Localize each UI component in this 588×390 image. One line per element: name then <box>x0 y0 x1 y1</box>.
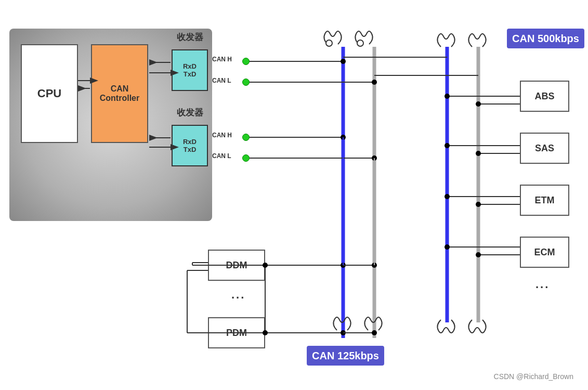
can-controller-label: CANController <box>100 84 139 103</box>
cpu-label: CPU <box>37 87 61 100</box>
lower-dots: ··· <box>231 291 245 305</box>
svg-point-17 <box>341 59 346 64</box>
transceiver2-label: 收发器 <box>177 107 203 119</box>
svg-point-43 <box>476 252 481 257</box>
watermark: CSDN @Richard_Brown <box>494 372 573 381</box>
svg-point-37 <box>445 194 450 199</box>
sas-box: SAS <box>520 133 569 164</box>
svg-point-31 <box>476 101 481 107</box>
svg-point-15 <box>357 40 363 46</box>
transceiver2-box: RxD TxD <box>172 125 208 166</box>
svg-point-29 <box>445 94 450 99</box>
green-dot-canl2 <box>242 154 250 162</box>
right-dots: ··· <box>535 281 550 294</box>
ecm-box: ECM <box>520 237 569 268</box>
ddm-box: DDM <box>208 250 265 281</box>
canh1-label: CAN H <box>212 56 232 63</box>
svg-point-14 <box>326 40 332 46</box>
diagram-container: CPU CANController 收发器 RxD TxD 收发器 RxD Tx… <box>0 0 588 390</box>
cpu-box: CPU <box>21 44 78 143</box>
svg-point-45 <box>341 263 346 268</box>
transceiver1-label: 收发器 <box>177 31 203 43</box>
canh2-label: CAN H <box>212 132 232 139</box>
svg-point-21 <box>341 135 346 140</box>
canl2-label: CAN L <box>212 152 231 160</box>
abs-box: ABS <box>520 81 569 112</box>
green-dot-canh1 <box>242 58 250 65</box>
svg-point-19 <box>372 80 377 85</box>
can500-badge: CAN 500kbps <box>507 29 584 48</box>
can-controller-box: CANController <box>91 44 148 143</box>
svg-point-39 <box>476 202 481 207</box>
svg-point-23 <box>372 155 377 161</box>
green-dot-canh2 <box>242 134 250 141</box>
can125-badge: CAN 125kbps <box>307 346 384 366</box>
svg-point-41 <box>445 244 450 250</box>
svg-point-50 <box>341 330 346 335</box>
green-dot-canl1 <box>242 79 250 86</box>
canl1-label: CAN L <box>212 77 231 84</box>
transceiver1-box: RxD TxD <box>172 49 208 91</box>
svg-point-35 <box>476 151 481 156</box>
etm-box: ETM <box>520 185 569 216</box>
pdm-box: PDM <box>208 317 265 348</box>
svg-point-52 <box>372 330 377 335</box>
svg-point-33 <box>445 143 450 148</box>
svg-point-48 <box>372 263 377 268</box>
